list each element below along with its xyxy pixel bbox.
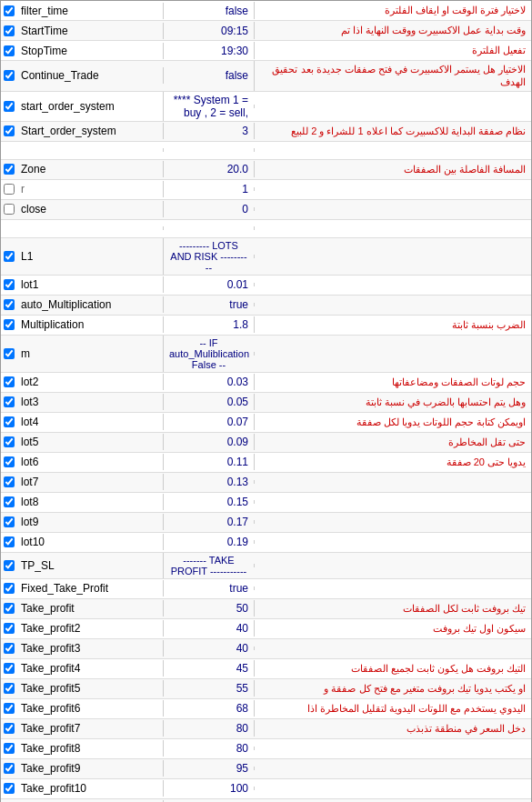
param-name: Take_profit6	[17, 700, 163, 717]
row-checkbox[interactable]	[4, 45, 15, 56]
param-value[interactable]: true	[163, 296, 254, 313]
table-row: close 0	[1, 200, 531, 220]
param-value[interactable]: 0.17	[163, 514, 254, 530]
param-value[interactable]: 50	[163, 600, 254, 617]
checkbox-cell	[1, 203, 17, 216]
row-checkbox[interactable]	[4, 436, 15, 447]
param-value[interactable]: 40	[163, 620, 254, 637]
row-checkbox[interactable]	[4, 456, 15, 467]
row-checkbox[interactable]	[4, 663, 15, 674]
param-name: TP_SL	[17, 557, 163, 574]
param-value[interactable]: 0.15	[163, 494, 254, 510]
param-value[interactable]: 09:15	[163, 23, 254, 39]
param-value[interactable]: false	[163, 67, 254, 84]
param-value[interactable]: 1	[163, 181, 254, 197]
param-value[interactable]: 0.05	[163, 394, 254, 410]
row-checkbox[interactable]	[4, 164, 15, 175]
param-value[interactable]: 68	[163, 700, 254, 717]
param-comment	[254, 767, 531, 770]
param-value[interactable]: 0.13	[163, 474, 254, 490]
table-row: lot8 0.15	[1, 493, 531, 513]
row-checkbox[interactable]	[4, 25, 15, 36]
row-checkbox[interactable]	[4, 184, 15, 195]
param-value[interactable]: 95	[163, 760, 254, 777]
checkbox-cell	[1, 742, 17, 755]
row-checkbox[interactable]	[4, 536, 15, 547]
row-checkbox[interactable]	[4, 643, 15, 654]
row-checkbox[interactable]	[4, 743, 15, 754]
param-comment: دخل السعر في منطقة تذبذب	[254, 720, 531, 737]
param-value[interactable]: 1.8	[163, 316, 254, 333]
param-name: Take_profit10	[17, 780, 163, 797]
param-name: Start_order_system	[17, 123, 163, 139]
param-value[interactable]: 0	[163, 201, 254, 217]
param-value[interactable]: 20.0	[163, 161, 254, 177]
table-row: Take_profit7 80 دخل السعر في منطقة تذبذب	[1, 719, 531, 739]
row-checkbox[interactable]	[4, 476, 15, 487]
row-checkbox[interactable]	[4, 560, 15, 571]
param-name: lot6	[17, 454, 163, 470]
row-checkbox[interactable]	[4, 348, 15, 359]
param-value[interactable]: 80	[163, 740, 254, 757]
param-value[interactable]: 55	[163, 680, 254, 697]
param-value[interactable]: 45	[163, 660, 254, 677]
param-comment	[254, 352, 531, 356]
param-comment: لاختيار فترة الوقت او ايقاف الفلترة	[254, 2, 531, 18]
param-name: close	[17, 201, 163, 217]
checkbox-cell	[1, 682, 17, 695]
row-checkbox[interactable]	[4, 319, 15, 330]
row-checkbox[interactable]	[4, 763, 15, 774]
row-checkbox[interactable]	[4, 5, 15, 16]
param-value[interactable]: 3	[163, 123, 254, 139]
param-comment	[254, 540, 531, 544]
param-value[interactable]: ------- TAKE PROFIT -----------	[163, 553, 254, 578]
table-row: lot9 0.17	[1, 513, 531, 533]
param-value[interactable]: true	[163, 580, 254, 596]
param-value[interactable]: 0.03	[163, 374, 254, 390]
param-value[interactable]: 0.11	[163, 454, 254, 470]
checkbox-cell	[1, 163, 17, 175]
row-checkbox[interactable]	[4, 279, 15, 290]
param-value[interactable]: 100	[163, 780, 254, 797]
param-name: StartTime	[17, 23, 163, 39]
row-checkbox[interactable]	[4, 623, 15, 634]
row-checkbox[interactable]	[4, 70, 15, 81]
param-value[interactable]: 0.19	[163, 534, 254, 550]
row-checkbox[interactable]	[4, 204, 15, 215]
checkbox-cell	[1, 69, 17, 82]
param-name: Fixed_Take_Profit	[17, 580, 163, 596]
param-value[interactable]: 80	[163, 720, 254, 737]
parameters-table: filter_time false لاختيار فترة الوقت او …	[1, 1, 531, 802]
checkbox-cell	[1, 702, 17, 715]
row-checkbox[interactable]	[4, 125, 15, 136]
param-value[interactable]: 0.01	[163, 276, 254, 293]
param-value[interactable]: 0.09	[163, 434, 254, 450]
row-checkbox[interactable]	[4, 723, 15, 734]
row-checkbox[interactable]	[4, 683, 15, 694]
row-checkbox[interactable]	[4, 299, 15, 310]
checkbox-cell	[1, 516, 17, 528]
param-value[interactable]: false	[163, 3, 254, 19]
param-value[interactable]: 19:30	[163, 43, 254, 59]
table-row: m -- IF auto_Muliblication False --	[1, 336, 531, 373]
row-checkbox[interactable]	[4, 101, 15, 112]
row-checkbox[interactable]	[4, 603, 15, 614]
param-value[interactable]: 40	[163, 640, 254, 657]
row-checkbox[interactable]	[4, 496, 15, 507]
param-value[interactable]: --------- LOTS AND RISK ----------	[163, 238, 254, 275]
row-checkbox[interactable]	[4, 783, 15, 794]
row-checkbox[interactable]	[4, 516, 15, 527]
row-checkbox[interactable]	[4, 416, 15, 427]
row-checkbox[interactable]	[4, 396, 15, 407]
param-comment: حجم لوتات الصفقات ومضاعفاتها	[254, 374, 531, 390]
param-comment	[254, 647, 531, 650]
checkbox-cell	[1, 622, 17, 635]
row-checkbox[interactable]	[4, 251, 15, 262]
row-checkbox[interactable]	[4, 583, 15, 594]
param-value[interactable]: -- IF auto_Muliblication False --	[163, 336, 254, 372]
param-value[interactable]: 0.07	[163, 414, 254, 430]
param-value[interactable]: **** System 1 = buy , 2 = sell,	[163, 92, 254, 121]
row-checkbox[interactable]	[4, 376, 15, 387]
table-row: lot7 0.13	[1, 473, 531, 493]
row-checkbox[interactable]	[4, 703, 15, 714]
